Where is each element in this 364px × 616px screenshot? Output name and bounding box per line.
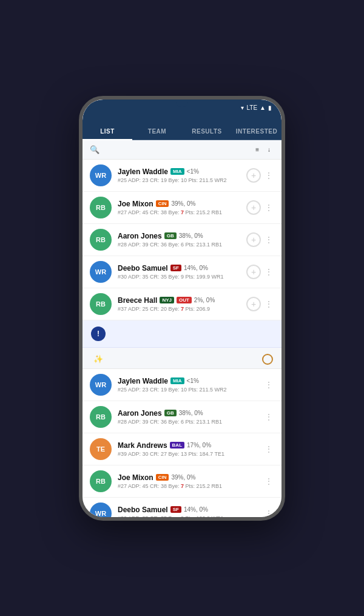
ownership-text: 14%, 0% [184,265,208,271]
player-name: Jaylen Waddle [118,377,168,385]
team-badge: MIA [170,168,184,175]
status-bar: ▾ LTE ▲ ▮ [83,100,281,113]
player-actions: ⋮ [263,412,274,422]
player-more-button[interactable]: ⋮ [263,476,274,486]
your-turn-banner: ! [83,320,281,348]
search-input-wrap[interactable]: 🔍 [90,145,251,154]
tab-interested[interactable]: INTERESTED [232,123,281,140]
player-more-button[interactable]: ⋮ [263,267,274,277]
status-icons: ▾ LTE ▲ ▮ [241,104,272,111]
player-name-row: Aaron JonesGB 38%, 0% [118,409,257,418]
rec-players-container: WRJaylen WaddleMIA <1%#25 ADP: 23 CR: 19… [83,369,281,517]
player-avatar: WR [90,261,112,283]
player-name: Aaron Jones [118,409,162,418]
ownership-text: 38%, 0% [179,410,203,416]
player-name-row: Mark AndrewsBAL 17%, 0% [118,441,257,450]
player-name: Deebo Samuel [118,264,168,272]
stats-rest: Pts: 215.2 RB1 [184,209,222,215]
team-badge: NYJ [160,297,174,303]
team-badge: CIN [156,474,169,481]
player-avatar: WR [90,164,112,186]
player-name-row: Deebo SamuelSF 14%, 0% [118,264,240,272]
player-info: Aaron JonesGB 38%, 0%#28 ADP: 39 CR: 36 … [118,232,240,248]
player-name-row: Jaylen WaddleMIA <1% [118,168,240,176]
ownership-text: 39%, 0% [171,474,195,481]
tab-results[interactable]: RESULTS [182,123,232,140]
player-actions: +⋮ [246,265,274,279]
add-player-button[interactable]: + [246,232,261,247]
player-info: Jaylen WaddleMIA <1%#25 ADP: 23 CR: 19 B… [118,168,240,183]
player-more-button[interactable]: ⋮ [263,171,274,180]
player-more-button[interactable]: ⋮ [263,412,274,422]
player-stats: #25 ADP: 23 CR: 19 Bye: 10 Pts: 211.5 WR… [118,177,240,183]
player-name-row: Joe MixonCIN 39%, 0% [118,473,257,482]
player-avatar: TE [90,438,112,460]
player-info: Aaron JonesGB 38%, 0%#28 ADP: 39 CR: 36 … [118,409,257,425]
header [83,113,281,123]
lte-label: LTE [246,104,257,111]
showing-filter[interactable]: ≡ [255,146,263,153]
team-badge: GB [164,410,177,416]
add-player-button[interactable]: + [246,265,261,279]
player-more-button[interactable]: ⋮ [263,444,274,454]
player-name: Deebo Samuel [118,506,168,514]
stats-rest: Pts: 215.2 RB1 [184,483,222,489]
player-more-button[interactable]: ⋮ [263,203,274,212]
search-bar: 🔍 ≡ ↓ [83,140,281,160]
player-stats: #39 ADP: 30 CR: 27 Bye: 13 Pts: 184.7 TE… [118,451,257,457]
your-turn-icon: ! [91,327,106,341]
wifi-icon: ▲ [260,104,266,111]
player-stats: #30 ADP: 35 CR: 35 Bye: 9 Pts: 199.9 WR1 [118,274,240,280]
stats-text: #27 ADP: 45 CR: 38 Bye: [118,483,181,489]
team-badge: CIN [156,200,169,207]
player-avatar: WR [90,374,112,396]
player-item: WRDeebo SamuelSF 14%, 0%#30 ADP: 35 CR: … [83,256,281,288]
player-name-row: Aaron JonesGB 38%, 0% [118,232,240,240]
tab-team[interactable]: TEAM [132,123,182,140]
player-stats: #27 ADP: 45 CR: 38 Bye: 7 Pts: 215.2 RB1 [118,483,257,489]
player-name-row: Joe MixonCIN 39%, 0% [118,200,240,208]
recommendations-header: ✨ [83,348,281,369]
player-item: WRJaylen WaddleMIA <1%#25 ADP: 23 CR: 19… [83,160,281,192]
player-item: RBAaron JonesGB 38%, 0%#28 ADP: 39 CR: 3… [83,401,281,433]
add-player-button[interactable]: + [246,297,261,311]
player-actions: +⋮ [246,297,274,311]
player-info: Joe MixonCIN 39%, 0%#27 ADP: 45 CR: 38 B… [118,200,240,215]
notch [176,100,188,107]
recommendations-info-button[interactable] [262,354,273,365]
player-avatar: RB [90,470,112,492]
player-item: RBBreece HallNYJOUT 2%, 0%#37 ADP: 25 CR… [83,288,281,320]
sorted-filter[interactable]: ↓ [268,146,274,153]
player-name: Jaylen Waddle [118,168,168,176]
player-actions: +⋮ [246,168,274,183]
add-player-button[interactable]: + [246,168,261,183]
player-more-button[interactable]: ⋮ [263,235,274,245]
player-more-button[interactable]: ⋮ [263,299,274,309]
player-actions: ⋮ [263,509,274,517]
filter-group: ≡ ↓ [255,146,274,153]
player-stats: #28 ADP: 39 CR: 36 Bye: 6 Pts: 213.1 RB1 [118,242,240,248]
player-info: Deebo SamuelSF 14%, 0%#30 ADP: 35 CR: 35… [118,264,240,280]
player-name: Joe Mixon [118,200,153,208]
team-badge: BAL [170,442,184,448]
player-avatar: RB [90,293,112,315]
player-actions: +⋮ [246,232,274,247]
player-stats: #28 ADP: 39 CR: 36 Bye: 6 Pts: 213.1 RB1 [118,419,257,425]
player-avatar: RB [90,406,112,428]
player-more-button[interactable]: ⋮ [263,380,274,390]
player-name-row: Breece HallNYJOUT 2%, 0% [118,296,240,305]
ownership-text: 14%, 0% [184,506,208,513]
player-item: WRJaylen WaddleMIA <1%#25 ADP: 23 CR: 19… [83,369,281,401]
tab-bar: LIST TEAM RESULTS INTERESTED [83,123,281,140]
add-player-button[interactable]: + [246,200,261,215]
player-name: Mark Andrews [118,441,167,450]
sort-icon: ↓ [268,146,271,153]
battery-icon: ▮ [268,104,272,111]
player-actions: ⋮ [263,380,274,390]
tab-list[interactable]: LIST [83,123,132,140]
player-more-button[interactable]: ⋮ [263,509,274,517]
player-stats: #30 ADP: 35 CR: 35 Bye: 9 Pts: 199.9 WR1 [118,515,257,517]
sparkle-icon: ✨ [93,354,104,364]
search-icon: 🔍 [90,145,99,154]
player-name-row: Jaylen WaddleMIA <1% [118,377,257,385]
